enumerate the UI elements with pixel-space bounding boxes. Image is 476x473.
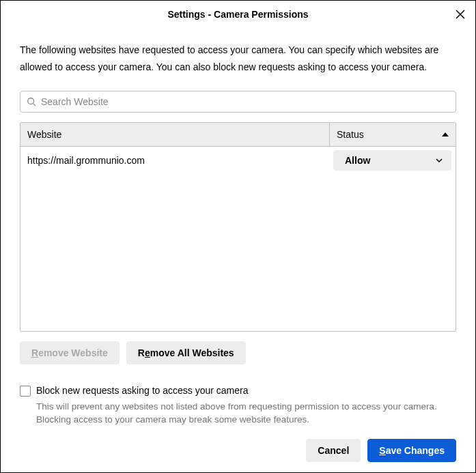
remove-all-rest: move All Websites (150, 347, 234, 358)
status-select[interactable]: Allow (333, 150, 451, 171)
dialog-content: The following websites have requested to… (1, 28, 475, 473)
remove-all-websites-button[interactable]: Remove All Websites (126, 341, 246, 364)
remove-all-prefix: R (138, 347, 145, 358)
row-status-cell: Allow (329, 150, 456, 171)
block-requests-hint: This will prevent any websites not liste… (36, 401, 456, 427)
remove-website-rest: emove Website (38, 347, 108, 358)
save-rest: ave Changes (386, 445, 445, 456)
dialog-header: Settings - Camera Permissions (1, 1, 475, 28)
table-header: Website Status (20, 123, 456, 147)
search-wrapper (20, 91, 456, 113)
svg-point-0 (28, 98, 34, 104)
save-changes-button[interactable]: Save Changes (367, 439, 456, 462)
action-buttons: Remove Website Remove All Websites (20, 341, 456, 364)
save-accel: S (379, 445, 385, 456)
remove-all-accel: e (145, 347, 150, 358)
block-requests-checkbox[interactable] (20, 386, 31, 397)
remove-website-button: Remove Website (20, 341, 120, 364)
search-input[interactable] (20, 91, 456, 113)
websites-table: Website Status https://mail.grommunio.co… (20, 122, 456, 332)
sort-ascending-icon (442, 132, 449, 137)
status-select-value: Allow (345, 155, 370, 166)
row-website-url: https://mail.grommunio.com (20, 155, 329, 166)
column-header-status-label: Status (337, 129, 364, 140)
column-header-website-label: Website (27, 129, 61, 140)
remove-website-accel: R (31, 347, 38, 358)
chevron-down-icon (436, 158, 443, 162)
footer-buttons: Cancel Save Changes (20, 439, 456, 462)
cancel-button[interactable]: Cancel (306, 439, 361, 462)
table-body: https://mail.grommunio.com Allow (20, 147, 456, 174)
block-requests-label[interactable]: Block new requests asking to access your… (36, 385, 248, 396)
description-text: The following websites have requested to… (20, 42, 456, 76)
column-header-status[interactable]: Status (329, 123, 456, 146)
close-button[interactable] (453, 8, 467, 21)
close-icon (456, 10, 465, 19)
dialog-title: Settings - Camera Permissions (167, 9, 308, 20)
table-row[interactable]: https://mail.grommunio.com Allow (20, 147, 456, 174)
block-requests-row: Block new requests asking to access your… (20, 385, 456, 397)
search-icon (27, 97, 36, 106)
cancel-label: Cancel (318, 445, 349, 456)
column-header-website[interactable]: Website (20, 123, 329, 146)
